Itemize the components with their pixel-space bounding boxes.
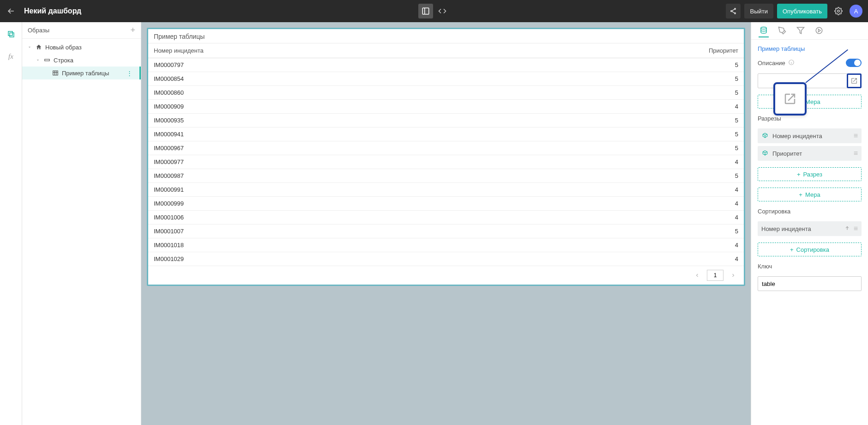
svg-point-1 [735, 8, 736, 10]
table-row[interactable]: IM00010064 [148, 211, 744, 225]
cell-priority: 5 [642, 86, 744, 99]
column-header[interactable]: Приоритет [642, 43, 744, 58]
more-icon[interactable]: ⋮ [125, 68, 134, 78]
table-row[interactable]: IM00009094 [148, 100, 744, 114]
share-button[interactable] [726, 4, 741, 18]
publish-button[interactable]: Опубликовать [777, 4, 827, 18]
props-tab-filter[interactable] [796, 24, 806, 37]
drag-handle-icon[interactable]: ≡ [854, 149, 858, 158]
sort-item[interactable]: Номер инцидента ≡ [758, 221, 862, 236]
annotation-callout [773, 82, 807, 115]
page-title: Некий дашборд [24, 7, 81, 15]
tree-root-label: Новый образ [45, 44, 82, 51]
settings-button[interactable] [831, 4, 846, 18]
cell-incident: IM0000854 [148, 72, 642, 85]
razrez-item[interactable]: Номер инцидента ≡ [758, 128, 862, 143]
table-row[interactable]: IM00009355 [148, 114, 744, 128]
next-page-button[interactable] [729, 271, 737, 279]
add-razrez-label: Разрез [803, 171, 822, 178]
layout-view-button[interactable] [418, 4, 433, 18]
page-input[interactable] [707, 270, 723, 281]
description-label: Описание [758, 60, 785, 67]
razrezy-label: Разрезы [758, 115, 862, 122]
avatar[interactable]: A [850, 5, 862, 18]
table-row[interactable]: IM00010294 [148, 252, 744, 266]
props-tab-data[interactable] [759, 24, 769, 37]
add-razrez-button[interactable]: + Разрез [758, 167, 862, 181]
svg-point-2 [731, 11, 732, 12]
svg-rect-0 [422, 8, 429, 14]
cell-priority: 5 [642, 72, 744, 85]
props-tab-style[interactable] [777, 24, 787, 37]
table-row[interactable]: IM00009875 [148, 169, 744, 183]
tree-row[interactable]: Строка [22, 54, 141, 67]
cell-priority: 4 [642, 183, 744, 196]
cell-priority: 5 [642, 114, 744, 127]
back-button[interactable] [6, 6, 17, 17]
svg-point-9 [761, 27, 766, 29]
table-row[interactable]: IM00009994 [148, 197, 744, 211]
add-sort-button[interactable]: + Сортировка [758, 243, 862, 256]
add-image-button[interactable]: + [130, 25, 135, 35]
code-view-button[interactable] [435, 4, 450, 18]
cell-incident: IM0000860 [148, 86, 642, 99]
add-mera-label: Мера [805, 98, 820, 105]
svg-rect-5 [8, 31, 12, 36]
cell-incident: IM0001006 [148, 211, 642, 224]
tree-table[interactable]: Пример таблицы ⋮ [22, 67, 141, 79]
widget-title: Пример таблицы [148, 29, 744, 43]
tree-title: Образы [28, 27, 49, 34]
drag-handle-icon[interactable]: ≡ [854, 225, 858, 233]
description-toggle[interactable] [846, 59, 862, 67]
key-input[interactable] [758, 276, 862, 291]
cell-priority: 5 [642, 58, 744, 72]
drag-handle-icon[interactable]: ≡ [854, 132, 858, 140]
cell-incident: IM0000987 [148, 169, 642, 182]
cell-priority: 4 [642, 155, 744, 169]
sort-label: Сортировка [758, 208, 862, 215]
svg-rect-8 [53, 71, 58, 75]
table-row[interactable]: IM00007975 [148, 58, 744, 72]
table-row[interactable]: IM00008605 [148, 86, 744, 100]
table-row[interactable]: IM00009774 [148, 155, 744, 169]
open-editor-button[interactable] [847, 73, 862, 88]
cell-incident: IM0000935 [148, 114, 642, 127]
strip-tab-formula[interactable]: fx [4, 49, 18, 64]
prev-page-button[interactable] [693, 271, 701, 279]
svg-point-3 [735, 12, 736, 14]
logout-button[interactable]: Выйти [744, 4, 773, 18]
row-icon [43, 56, 51, 64]
razrez-item[interactable]: Приоритет ≡ [758, 146, 862, 161]
chevron-down-icon [27, 44, 32, 50]
plus-icon: + [790, 246, 794, 253]
table-row[interactable]: IM00008545 [148, 72, 744, 86]
table-row[interactable]: IM00009914 [148, 183, 744, 197]
cell-priority: 4 [642, 211, 744, 224]
cell-incident: IM0001007 [148, 225, 642, 238]
table-row[interactable]: IM00010075 [148, 225, 744, 238]
sort-asc-icon[interactable] [844, 225, 850, 233]
table-widget[interactable]: Пример таблицы Номер инцидента Приоритет… [147, 28, 745, 286]
props-tab-actions[interactable] [814, 24, 824, 37]
info-icon [788, 59, 795, 67]
cell-priority: 5 [642, 128, 744, 141]
tree-root[interactable]: Новый образ [22, 41, 141, 54]
strip-tab-layers[interactable] [4, 27, 18, 42]
table-icon [52, 69, 59, 77]
table-row[interactable]: IM00010184 [148, 238, 744, 252]
cell-priority: 4 [642, 100, 744, 113]
cell-incident: IM0001018 [148, 238, 642, 252]
tree-table-label: Пример таблицы [62, 70, 109, 77]
plus-icon: + [797, 171, 801, 178]
cell-priority: 4 [642, 252, 744, 266]
cell-incident: IM0000991 [148, 183, 642, 196]
table-row[interactable]: IM00009675 [148, 141, 744, 155]
svg-point-10 [816, 27, 822, 34]
add-mera-button-2[interactable]: + Мера [758, 188, 862, 201]
table-row[interactable]: IM00009415 [148, 128, 744, 141]
key-label: Ключ [758, 263, 862, 270]
cell-priority: 4 [642, 197, 744, 210]
svg-rect-6 [10, 33, 14, 37]
column-header[interactable]: Номер инцидента [148, 43, 642, 58]
sort-item-label: Номер инцидента [761, 225, 811, 232]
